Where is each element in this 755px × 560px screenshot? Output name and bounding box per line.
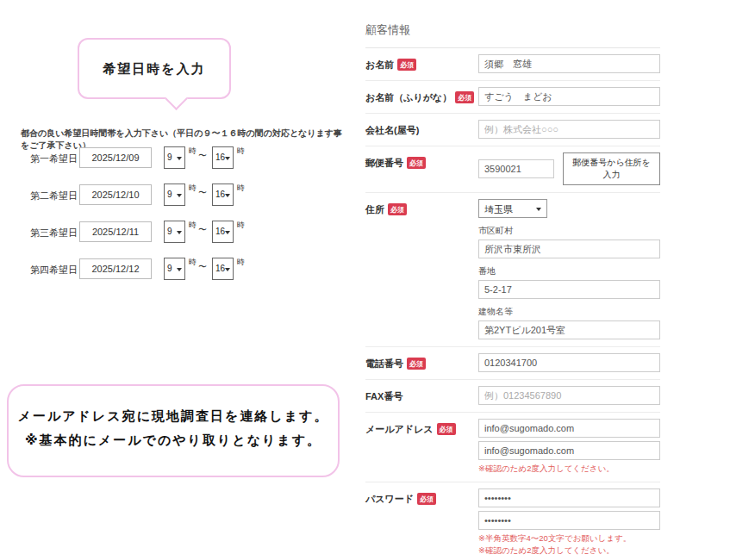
- to-hour-value: 16: [215, 264, 225, 273]
- email-note: ※確認のため2度入力してください。: [478, 464, 660, 475]
- from-hour-select[interactable]: 9: [164, 258, 185, 280]
- schedule-row-label: 第四希望日: [30, 264, 78, 277]
- phone-label-text: 電話番号: [365, 358, 403, 369]
- chevron-down-icon: [225, 268, 230, 271]
- speech-bubble-top-text: 希望日時を入力: [79, 40, 229, 97]
- email-confirm-input[interactable]: [478, 441, 660, 460]
- furigana-label-text: お名前（ふりがな）: [365, 92, 452, 103]
- date-input[interactable]: [79, 258, 152, 279]
- schedule-row-1: 第一希望日 9 時 〜 16 時: [0, 146, 362, 171]
- hour-suffix-label: 時: [189, 257, 197, 268]
- street-input[interactable]: [478, 280, 660, 299]
- password-label-text: パスワード: [365, 494, 414, 504]
- required-badge: 必須: [407, 358, 426, 370]
- chevron-down-icon: [177, 231, 182, 234]
- speech-bubble-top: 希望日時を入力: [78, 38, 231, 99]
- password-confirm-input[interactable]: [478, 511, 660, 530]
- postal-lookup-button[interactable]: 郵便番号から住所を入力: [563, 152, 660, 185]
- hour-suffix-label: 時: [237, 257, 245, 268]
- tilde-label: 〜: [198, 261, 207, 273]
- company-label: 会社名(屋号): [365, 120, 478, 139]
- form-title: 顧客情報: [365, 22, 660, 38]
- city-input[interactable]: [478, 240, 660, 258]
- schedule-row-3: 第三希望日 9 時 〜 16 時: [0, 221, 362, 245]
- postal-label: 郵便番号必須: [365, 152, 478, 185]
- name-label-text: お名前: [365, 59, 394, 70]
- address-label-text: 住所: [365, 204, 384, 215]
- password-note-1: ※半角英数字4〜20文字でお願いします。: [478, 533, 660, 544]
- name-input[interactable]: [478, 54, 660, 73]
- to-hour-select[interactable]: 16: [212, 146, 234, 169]
- furigana-row: お名前（ふりがな）必須: [365, 81, 660, 114]
- company-label-text: 会社名(屋号): [365, 125, 419, 135]
- email-row: メールアドレス必須 ※確認のため2度入力してください。: [365, 413, 660, 482]
- postal-input[interactable]: [478, 159, 554, 178]
- company-input[interactable]: [478, 120, 660, 139]
- name-row: お名前必須: [365, 48, 660, 81]
- to-hour-value: 16: [215, 152, 225, 162]
- required-badge: 必須: [407, 157, 426, 169]
- street-label: 番地: [478, 265, 660, 277]
- hour-suffix-label: 時: [189, 146, 197, 157]
- building-input[interactable]: [478, 320, 660, 339]
- tilde-label: 〜: [198, 150, 207, 162]
- required-badge: 必須: [455, 91, 474, 103]
- furigana-label: お名前（ふりがな）必須: [365, 87, 478, 106]
- to-hour-select[interactable]: 16: [212, 258, 234, 280]
- password-input[interactable]: [478, 488, 660, 507]
- phone-row: 電話番号必須: [365, 347, 660, 380]
- postal-label-text: 郵便番号: [365, 158, 403, 168]
- hour-suffix-label: 時: [189, 220, 197, 231]
- hour-suffix-label: 時: [237, 220, 245, 231]
- address-row: 住所必須 埼玉県 市区町村 番地 建物名等: [365, 193, 660, 347]
- date-input[interactable]: [79, 147, 152, 168]
- chevron-down-icon: [177, 194, 182, 197]
- fax-input[interactable]: [478, 386, 660, 405]
- to-hour-select[interactable]: 16: [212, 184, 234, 206]
- from-hour-value: 9: [167, 227, 172, 236]
- city-label: 市区町村: [478, 225, 660, 237]
- date-input[interactable]: [79, 221, 152, 242]
- furigana-input[interactable]: [478, 87, 660, 106]
- from-hour-select[interactable]: 9: [164, 221, 185, 243]
- from-hour-select[interactable]: 9: [164, 184, 185, 206]
- hour-suffix-label: 時: [189, 183, 197, 194]
- chevron-down-icon: [536, 208, 541, 211]
- chevron-down-icon: [225, 194, 230, 197]
- name-label: お名前必須: [365, 54, 478, 73]
- from-hour-value: 9: [167, 190, 172, 199]
- speech-bubble-bottom: メールアドレス宛に現地調査日を連絡します。 ※基本的にメールでのやり取りとなりま…: [7, 384, 340, 477]
- schedule-row-label: 第二希望日: [30, 190, 78, 202]
- required-badge: 必須: [388, 203, 407, 215]
- address-label: 住所必須: [365, 199, 478, 339]
- page: 希望日時を入力 都合の良い希望日時間帯を入力下さい（平日の９〜１６時の間の対応と…: [0, 0, 755, 560]
- speech-bubble-bottom-line2: ※基本的にメールでのやり取りとなります。: [9, 432, 338, 449]
- schedule-row-4: 第四希望日 9 時 〜 16 時: [0, 258, 362, 282]
- required-badge: 必須: [397, 59, 416, 71]
- email-label-text: メールアドレス: [365, 424, 434, 434]
- date-input[interactable]: [79, 184, 152, 205]
- fax-row: FAX番号: [365, 380, 660, 413]
- schedule-row-label: 第一希望日: [30, 152, 78, 165]
- company-row: 会社名(屋号): [365, 114, 660, 146]
- chevron-down-icon: [177, 157, 182, 160]
- required-badge: 必須: [437, 423, 456, 435]
- tilde-label: 〜: [198, 224, 207, 236]
- from-hour-value: 9: [167, 264, 172, 273]
- phone-input[interactable]: [478, 353, 660, 372]
- required-badge: 必須: [417, 493, 436, 505]
- schedule-row-label: 第三希望日: [30, 227, 78, 240]
- email-input[interactable]: [478, 419, 660, 438]
- prefecture-select[interactable]: 埼玉県: [478, 199, 547, 218]
- phone-label: 電話番号必須: [365, 353, 478, 372]
- email-label: メールアドレス必須: [365, 419, 478, 475]
- from-hour-select[interactable]: 9: [164, 146, 185, 169]
- customer-info-form: 顧客情報 お名前必須 お名前（ふりがな）必須 会社名(屋号): [365, 22, 660, 560]
- to-hour-select[interactable]: 16: [212, 221, 234, 243]
- prefecture-value: 埼玉県: [484, 203, 513, 216]
- hour-suffix-label: 時: [237, 146, 245, 157]
- chevron-down-icon: [225, 231, 230, 234]
- chevron-down-icon: [177, 268, 182, 271]
- schedule-row-2: 第二希望日 9 時 〜 16 時: [0, 184, 362, 208]
- postal-row: 郵便番号必須 郵便番号から住所を入力: [365, 146, 660, 193]
